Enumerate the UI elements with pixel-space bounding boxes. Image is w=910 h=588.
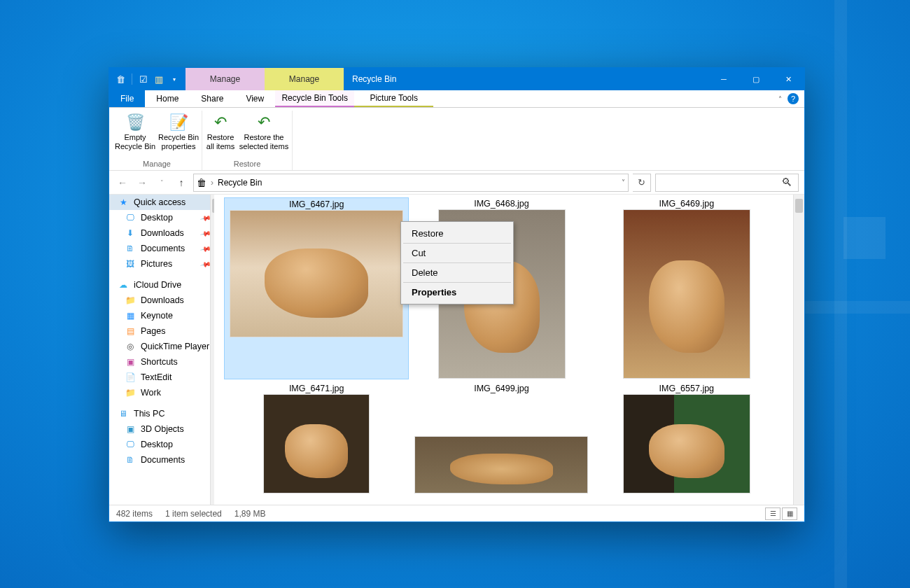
view-toggle: ☰ ▦	[765, 507, 797, 520]
status-size: 1,89 MB	[234, 509, 266, 519]
sidebar-item[interactable]: ▣3D Objects	[109, 421, 214, 437]
group-label: Manage	[143, 158, 171, 170]
search-input[interactable]: 🔍︎	[655, 174, 799, 192]
file-item[interactable]: IMG_6469.jpg	[594, 197, 779, 379]
label: Pictures	[141, 259, 172, 269]
sidebar-icloud[interactable]: ☁iCloud Drive	[109, 277, 214, 293]
sidebar-item[interactable]: 🖵Desktop	[109, 437, 214, 452]
pictures-icon: 🖼	[125, 258, 136, 270]
button-label: Restore all items	[204, 133, 237, 150]
sidebar-item[interactable]: 📄TextEdit	[109, 370, 214, 385]
scrollbar-thumb[interactable]	[795, 199, 803, 213]
properties-icon: 📝	[169, 112, 188, 133]
titlebar[interactable]: 🗑 ☑ ▥ ▾ Manage Manage Recycle Bin ─ ▢ ✕	[109, 68, 804, 90]
file-name: IMG_6468.jpg	[474, 199, 529, 210]
restore-selected-icon: ↶	[258, 112, 270, 133]
file-name: IMG_6469.jpg	[659, 199, 715, 210]
sidebar-item-documents[interactable]: 🗎Documents📌	[109, 241, 214, 256]
sidebar-item[interactable]: 📁Downloads	[109, 293, 214, 308]
nav-forward-button: →	[134, 175, 150, 190]
sidebar-item-downloads[interactable]: ⬇Downloads📌	[109, 225, 214, 241]
quicktime-icon: ◎	[125, 341, 136, 352]
view-details-button[interactable]: ☰	[765, 507, 780, 520]
tab-file[interactable]: File	[109, 90, 145, 107]
minimize-button[interactable]: ─	[708, 68, 740, 90]
cloud-icon: ☁	[118, 279, 129, 290]
collapse-ribbon-icon[interactable]: ˄	[778, 95, 782, 103]
help-icon[interactable]: ?	[788, 93, 799, 104]
sidebar-item-pictures[interactable]: 🖼Pictures📌	[109, 256, 214, 272]
label: Pages	[141, 326, 165, 336]
main-scrollbar[interactable]	[793, 195, 804, 505]
recycle-bin-icon: 🗑️	[126, 112, 145, 133]
navigation-pane: ★Quick access 🖵Desktop📌 ⬇Downloads📌 🗎Doc…	[109, 195, 214, 505]
refresh-button[interactable]: ↻	[633, 174, 651, 192]
sidebar-item[interactable]: ▣Shortcuts	[109, 354, 214, 370]
restore-selected-button[interactable]: ↶ Restore the selected items	[237, 111, 290, 158]
recycle-bin-icon: 🗑	[197, 177, 206, 188]
sidebar-this-pc[interactable]: 🖥This PC	[109, 406, 214, 421]
label: Documents	[141, 244, 185, 253]
image-thumbnail	[624, 395, 750, 493]
breadcrumb[interactable]: Recycle Bin	[218, 178, 262, 188]
folder-icon: 📁	[125, 295, 136, 306]
sidebar-item[interactable]: 📁Work	[109, 385, 214, 400]
sidebar-item-desktop[interactable]: 🖵Desktop📌	[109, 210, 214, 225]
file-name: IMG_6467.jpg	[289, 200, 344, 211]
context-menu-cut[interactable]: Cut	[403, 244, 511, 263]
status-bar: 482 items 1 item selected 1,89 MB ☰ ▦	[109, 505, 804, 522]
quick-access-toolbar: 🗑 ☑ ▥ ▾	[109, 68, 186, 90]
3d-icon: ▣	[125, 424, 136, 435]
star-icon: ★	[118, 197, 129, 208]
context-tab-picture[interactable]: Manage	[265, 68, 344, 90]
label: Shortcuts	[141, 357, 178, 367]
recycle-bin-properties-button[interactable]: 📝 Recycle Bin properties	[157, 111, 200, 158]
addr-dropdown-icon[interactable]: ˅	[622, 178, 625, 186]
context-menu-delete[interactable]: Delete	[403, 263, 511, 283]
sidebar-item[interactable]: 🗎Documents	[109, 452, 214, 468]
context-tab-recyclebin[interactable]: Manage	[186, 68, 265, 90]
label: Quick access	[134, 197, 186, 207]
properties-qat-icon[interactable]: ☑	[138, 74, 149, 85]
desktop-icon: 🖵	[125, 439, 136, 450]
group-label: Restore	[234, 158, 261, 170]
nav-recent-dropdown[interactable]: ˅	[154, 175, 169, 190]
ribbon-tabs: File Home Share View Recycle Bin Tools P…	[109, 90, 804, 108]
maximize-button[interactable]: ▢	[740, 68, 772, 90]
empty-recycle-bin-button[interactable]: 🗑️ Empty Recycle Bin	[113, 111, 157, 158]
file-name: IMG_6471.jpg	[289, 384, 344, 395]
label: Desktop	[141, 213, 173, 223]
context-menu: Restore Cut Delete Properties	[400, 221, 514, 304]
status-item-count: 482 items	[116, 509, 153, 519]
tab-view[interactable]: View	[234, 90, 275, 107]
folder-qat-icon[interactable]: ▥	[153, 74, 164, 85]
file-item[interactable]: IMG_6499.jpg	[409, 382, 594, 494]
file-item[interactable]: IMG_6471.jpg	[224, 382, 409, 494]
status-selected-count: 1 item selected	[165, 509, 222, 519]
file-item[interactable]: IMG_6557.jpg	[594, 382, 779, 494]
sidebar-item[interactable]: ▦Keynote	[109, 308, 214, 323]
qat-dropdown-icon[interactable]: ▾	[169, 74, 180, 85]
documents-icon: 🗎	[125, 243, 136, 254]
sidebar-item[interactable]: ◎QuickTime Player	[109, 339, 214, 354]
tab-picture-tools[interactable]: Picture Tools	[354, 90, 433, 107]
context-menu-restore[interactable]: Restore	[403, 224, 511, 244]
search-icon: 🔍︎	[781, 176, 792, 189]
file-item-selected[interactable]: IMG_6467.jpg	[224, 197, 409, 379]
sidebar-item[interactable]: ▤Pages	[109, 323, 214, 339]
context-menu-properties[interactable]: Properties	[403, 283, 511, 302]
close-button[interactable]: ✕	[772, 68, 804, 90]
label: Documents	[141, 455, 185, 465]
sidebar-quick-access[interactable]: ★Quick access	[109, 195, 214, 210]
sidebar-container: ★Quick access 🖵Desktop📌 ⬇Downloads📌 🗎Doc…	[109, 195, 214, 505]
tab-home[interactable]: Home	[145, 90, 190, 107]
downloads-icon: ⬇	[125, 227, 136, 239]
tab-recyclebin-tools[interactable]: Recycle Bin Tools	[275, 90, 354, 107]
nav-back-button[interactable]: ←	[115, 175, 130, 190]
nav-up-button[interactable]: ↑	[174, 175, 189, 190]
tab-share[interactable]: Share	[190, 90, 234, 107]
restore-all-button[interactable]: ↶ Restore all items	[204, 111, 237, 158]
view-thumbnails-button[interactable]: ▦	[782, 507, 797, 520]
address-bar[interactable]: 🗑 › Recycle Bin ˅	[193, 174, 629, 192]
window-title: Recycle Bin	[344, 68, 708, 90]
